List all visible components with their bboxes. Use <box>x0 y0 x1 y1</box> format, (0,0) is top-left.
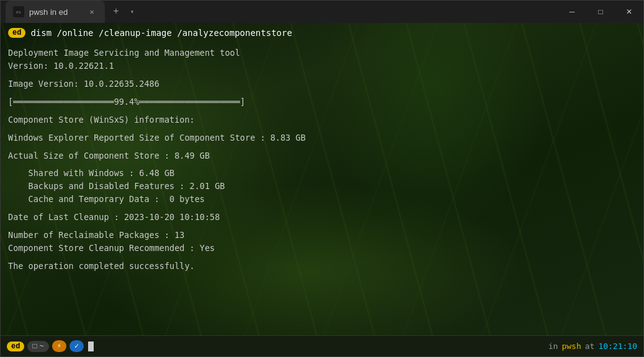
output-line: [════════════════════99.4%══════════════… <box>8 95 636 108</box>
close-button[interactable]: ✕ <box>615 1 643 23</box>
output-line <box>8 224 636 229</box>
svg-text:PS: PS <box>16 10 21 15</box>
status-badge-check: ✓ <box>69 340 84 352</box>
dir-icon: □ <box>32 342 37 351</box>
tab-icon: PS <box>13 6 24 17</box>
status-in-text: in <box>548 342 558 351</box>
status-badge-dir: □ ~ <box>27 341 48 352</box>
output-line: Cache and Temporary Data : 0 bytes <box>8 193 636 206</box>
output-line <box>8 206 636 211</box>
output-line: Version: 10.0.22621.1 <box>8 60 636 73</box>
titlebar: PS pwsh in ed ✕ + ▾ ─ □ ✕ <box>1 1 643 23</box>
status-left: ed □ ~ ⚡ ✓ <box>7 340 94 352</box>
terminal-window: PS pwsh in ed ✕ + ▾ ─ □ ✕ ed dism /onlin… <box>0 0 644 357</box>
check-icon: ✓ <box>74 342 79 351</box>
output-line: Number of Reclaimable Packages : 13 <box>8 229 636 242</box>
output-line <box>8 108 636 113</box>
output-line <box>8 90 636 95</box>
tab-close-button[interactable]: ✕ <box>86 6 97 17</box>
output-line: The operation completed successfully. <box>8 260 636 273</box>
statusbar: ed □ ~ ⚡ ✓ in pwsh at 10:21:10 <box>1 335 643 356</box>
maximize-button[interactable]: □ <box>586 1 615 23</box>
minimize-button[interactable]: ─ <box>558 1 586 23</box>
status-at-text: at <box>585 342 595 351</box>
output-line: Windows Explorer Reported Size of Compon… <box>8 131 636 144</box>
status-badge-lightning: ⚡ <box>52 340 66 352</box>
command-line: ed dism /online /cleanup-image /analyzec… <box>8 28 636 38</box>
new-tab-button[interactable]: + <box>107 3 125 20</box>
output-line: Component Store (WinSxS) information: <box>8 113 636 126</box>
status-time: 10:21:10 <box>598 342 637 351</box>
tilde-icon: ~ <box>40 342 44 351</box>
output-container: Deployment Image Servicing and Managemen… <box>8 42 636 273</box>
window-controls: ─ □ ✕ <box>558 1 643 23</box>
status-right: in pwsh at 10:21:10 <box>548 342 637 351</box>
output-line <box>8 144 636 149</box>
output-line <box>8 126 636 131</box>
active-tab[interactable]: PS pwsh in ed ✕ <box>6 1 105 23</box>
output-line <box>8 255 636 260</box>
terminal-body: ed dism /online /cleanup-image /analyzec… <box>1 23 643 335</box>
terminal-content[interactable]: ed dism /online /cleanup-image /analyzec… <box>1 23 643 335</box>
output-line: Image Version: 10.0.22635.2486 <box>8 77 636 90</box>
output-line: Component Store Cleanup Recommended : Ye… <box>8 242 636 255</box>
cursor <box>88 342 94 351</box>
tab-dropdown-button[interactable]: ▾ <box>125 4 140 19</box>
output-line: Actual Size of Component Store : 8.49 GB <box>8 149 636 162</box>
output-line <box>8 42 636 46</box>
tab-title: pwsh in ed <box>29 7 81 17</box>
output-line <box>8 73 636 77</box>
output-line: Date of Last Cleanup : 2023-10-20 10:10:… <box>8 211 636 224</box>
status-prompt-badge: ed <box>7 342 24 351</box>
output-line: Deployment Image Servicing and Managemen… <box>8 46 636 60</box>
output-line <box>8 162 636 167</box>
prompt-badge: ed <box>8 28 25 38</box>
output-line: Shared with Windows : 6.48 GB <box>8 167 636 180</box>
tab-area: PS pwsh in ed ✕ + ▾ <box>6 1 558 23</box>
output-line: Backups and Disabled Features : 2.01 GB <box>8 180 636 193</box>
command-text: dism /online /cleanup-image /analyzecomp… <box>30 28 292 38</box>
status-shell-name: pwsh <box>561 342 581 351</box>
